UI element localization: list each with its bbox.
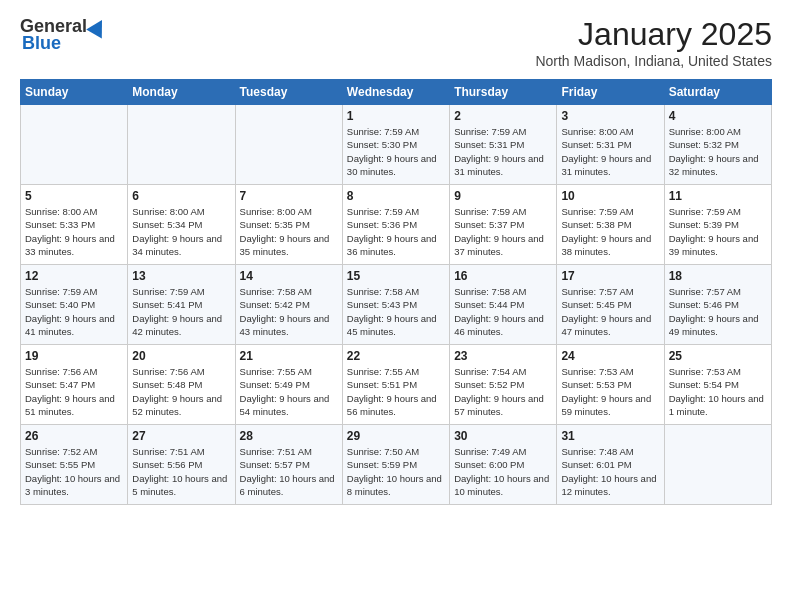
cell-day-number: 27 <box>132 429 230 443</box>
calendar-cell <box>21 105 128 185</box>
calendar-cell: 2Sunrise: 7:59 AM Sunset: 5:31 PM Daylig… <box>450 105 557 185</box>
cell-day-number: 24 <box>561 349 659 363</box>
cell-day-number: 11 <box>669 189 767 203</box>
calendar-cell: 16Sunrise: 7:58 AM Sunset: 5:44 PM Dayli… <box>450 265 557 345</box>
cell-day-number: 8 <box>347 189 445 203</box>
calendar-cell: 20Sunrise: 7:56 AM Sunset: 5:48 PM Dayli… <box>128 345 235 425</box>
week-row-2: 5Sunrise: 8:00 AM Sunset: 5:33 PM Daylig… <box>21 185 772 265</box>
header-tuesday: Tuesday <box>235 80 342 105</box>
calendar-cell: 3Sunrise: 8:00 AM Sunset: 5:31 PM Daylig… <box>557 105 664 185</box>
calendar-cell: 6Sunrise: 8:00 AM Sunset: 5:34 PM Daylig… <box>128 185 235 265</box>
cell-day-number: 2 <box>454 109 552 123</box>
cell-day-number: 28 <box>240 429 338 443</box>
page-header: General Blue January 2025 North Madison,… <box>20 16 772 69</box>
cell-day-number: 23 <box>454 349 552 363</box>
calendar-cell: 1Sunrise: 7:59 AM Sunset: 5:30 PM Daylig… <box>342 105 449 185</box>
cell-day-number: 21 <box>240 349 338 363</box>
cell-info: Sunrise: 8:00 AM Sunset: 5:35 PM Dayligh… <box>240 205 338 258</box>
cell-info: Sunrise: 7:50 AM Sunset: 5:59 PM Dayligh… <box>347 445 445 498</box>
cell-info: Sunrise: 7:53 AM Sunset: 5:53 PM Dayligh… <box>561 365 659 418</box>
cell-day-number: 30 <box>454 429 552 443</box>
cell-day-number: 17 <box>561 269 659 283</box>
calendar-cell: 25Sunrise: 7:53 AM Sunset: 5:54 PM Dayli… <box>664 345 771 425</box>
cell-day-number: 14 <box>240 269 338 283</box>
calendar-cell: 5Sunrise: 8:00 AM Sunset: 5:33 PM Daylig… <box>21 185 128 265</box>
cell-day-number: 20 <box>132 349 230 363</box>
calendar-cell: 21Sunrise: 7:55 AM Sunset: 5:49 PM Dayli… <box>235 345 342 425</box>
header-friday: Friday <box>557 80 664 105</box>
cell-day-number: 16 <box>454 269 552 283</box>
calendar-cell: 10Sunrise: 7:59 AM Sunset: 5:38 PM Dayli… <box>557 185 664 265</box>
week-row-1: 1Sunrise: 7:59 AM Sunset: 5:30 PM Daylig… <box>21 105 772 185</box>
location-text: North Madison, Indiana, United States <box>535 53 772 69</box>
cell-info: Sunrise: 7:58 AM Sunset: 5:43 PM Dayligh… <box>347 285 445 338</box>
cell-info: Sunrise: 7:59 AM Sunset: 5:30 PM Dayligh… <box>347 125 445 178</box>
cell-info: Sunrise: 7:56 AM Sunset: 5:48 PM Dayligh… <box>132 365 230 418</box>
cell-day-number: 26 <box>25 429 123 443</box>
cell-day-number: 31 <box>561 429 659 443</box>
cell-day-number: 5 <box>25 189 123 203</box>
cell-info: Sunrise: 7:54 AM Sunset: 5:52 PM Dayligh… <box>454 365 552 418</box>
cell-info: Sunrise: 7:53 AM Sunset: 5:54 PM Dayligh… <box>669 365 767 418</box>
cell-info: Sunrise: 7:52 AM Sunset: 5:55 PM Dayligh… <box>25 445 123 498</box>
cell-day-number: 7 <box>240 189 338 203</box>
cell-day-number: 19 <box>25 349 123 363</box>
cell-info: Sunrise: 7:59 AM Sunset: 5:36 PM Dayligh… <box>347 205 445 258</box>
calendar-cell: 19Sunrise: 7:56 AM Sunset: 5:47 PM Dayli… <box>21 345 128 425</box>
logo-blue-text: Blue <box>22 33 61 54</box>
calendar-cell <box>235 105 342 185</box>
cell-info: Sunrise: 7:58 AM Sunset: 5:42 PM Dayligh… <box>240 285 338 338</box>
header-wednesday: Wednesday <box>342 80 449 105</box>
cell-day-number: 29 <box>347 429 445 443</box>
calendar-cell: 15Sunrise: 7:58 AM Sunset: 5:43 PM Dayli… <box>342 265 449 345</box>
calendar-cell: 24Sunrise: 7:53 AM Sunset: 5:53 PM Dayli… <box>557 345 664 425</box>
title-block: January 2025 North Madison, Indiana, Uni… <box>535 16 772 69</box>
cell-day-number: 4 <box>669 109 767 123</box>
calendar-cell: 9Sunrise: 7:59 AM Sunset: 5:37 PM Daylig… <box>450 185 557 265</box>
header-monday: Monday <box>128 80 235 105</box>
cell-info: Sunrise: 7:51 AM Sunset: 5:56 PM Dayligh… <box>132 445 230 498</box>
cell-day-number: 15 <box>347 269 445 283</box>
cell-day-number: 13 <box>132 269 230 283</box>
calendar-cell: 13Sunrise: 7:59 AM Sunset: 5:41 PM Dayli… <box>128 265 235 345</box>
cell-info: Sunrise: 7:56 AM Sunset: 5:47 PM Dayligh… <box>25 365 123 418</box>
calendar-cell: 23Sunrise: 7:54 AM Sunset: 5:52 PM Dayli… <box>450 345 557 425</box>
cell-day-number: 10 <box>561 189 659 203</box>
cell-info: Sunrise: 7:59 AM Sunset: 5:40 PM Dayligh… <box>25 285 123 338</box>
cell-info: Sunrise: 7:57 AM Sunset: 5:46 PM Dayligh… <box>669 285 767 338</box>
logo-triangle-icon <box>86 15 110 38</box>
cell-day-number: 9 <box>454 189 552 203</box>
cell-day-number: 3 <box>561 109 659 123</box>
cell-info: Sunrise: 7:58 AM Sunset: 5:44 PM Dayligh… <box>454 285 552 338</box>
month-title: January 2025 <box>535 16 772 53</box>
cell-info: Sunrise: 7:55 AM Sunset: 5:51 PM Dayligh… <box>347 365 445 418</box>
calendar-header-row: SundayMondayTuesdayWednesdayThursdayFrid… <box>21 80 772 105</box>
week-row-5: 26Sunrise: 7:52 AM Sunset: 5:55 PM Dayli… <box>21 425 772 505</box>
cell-info: Sunrise: 8:00 AM Sunset: 5:33 PM Dayligh… <box>25 205 123 258</box>
calendar-cell: 14Sunrise: 7:58 AM Sunset: 5:42 PM Dayli… <box>235 265 342 345</box>
cell-info: Sunrise: 7:57 AM Sunset: 5:45 PM Dayligh… <box>561 285 659 338</box>
calendar-cell: 18Sunrise: 7:57 AM Sunset: 5:46 PM Dayli… <box>664 265 771 345</box>
cell-info: Sunrise: 8:00 AM Sunset: 5:34 PM Dayligh… <box>132 205 230 258</box>
cell-info: Sunrise: 7:59 AM Sunset: 5:38 PM Dayligh… <box>561 205 659 258</box>
header-thursday: Thursday <box>450 80 557 105</box>
cell-info: Sunrise: 7:59 AM Sunset: 5:37 PM Dayligh… <box>454 205 552 258</box>
week-row-3: 12Sunrise: 7:59 AM Sunset: 5:40 PM Dayli… <box>21 265 772 345</box>
calendar-cell: 7Sunrise: 8:00 AM Sunset: 5:35 PM Daylig… <box>235 185 342 265</box>
cell-info: Sunrise: 7:51 AM Sunset: 5:57 PM Dayligh… <box>240 445 338 498</box>
calendar-cell <box>128 105 235 185</box>
calendar-cell: 17Sunrise: 7:57 AM Sunset: 5:45 PM Dayli… <box>557 265 664 345</box>
cell-info: Sunrise: 8:00 AM Sunset: 5:32 PM Dayligh… <box>669 125 767 178</box>
calendar-cell: 26Sunrise: 7:52 AM Sunset: 5:55 PM Dayli… <box>21 425 128 505</box>
week-row-4: 19Sunrise: 7:56 AM Sunset: 5:47 PM Dayli… <box>21 345 772 425</box>
logo: General Blue <box>20 16 107 54</box>
calendar-cell: 28Sunrise: 7:51 AM Sunset: 5:57 PM Dayli… <box>235 425 342 505</box>
calendar-cell: 8Sunrise: 7:59 AM Sunset: 5:36 PM Daylig… <box>342 185 449 265</box>
calendar-cell: 12Sunrise: 7:59 AM Sunset: 5:40 PM Dayli… <box>21 265 128 345</box>
calendar-table: SundayMondayTuesdayWednesdayThursdayFrid… <box>20 79 772 505</box>
cell-info: Sunrise: 8:00 AM Sunset: 5:31 PM Dayligh… <box>561 125 659 178</box>
calendar-cell: 11Sunrise: 7:59 AM Sunset: 5:39 PM Dayli… <box>664 185 771 265</box>
cell-info: Sunrise: 7:59 AM Sunset: 5:39 PM Dayligh… <box>669 205 767 258</box>
calendar-cell: 22Sunrise: 7:55 AM Sunset: 5:51 PM Dayli… <box>342 345 449 425</box>
cell-day-number: 18 <box>669 269 767 283</box>
